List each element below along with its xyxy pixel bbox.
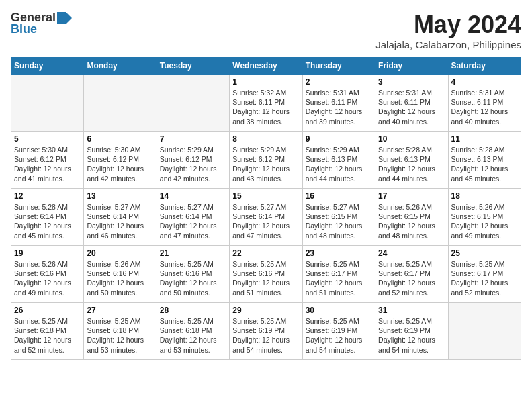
calendar-cell: 7Sunrise: 5:29 AMSunset: 6:12 PMDaylight… [157, 132, 229, 189]
day-number: 16 [306, 191, 372, 201]
day-number: 26 [14, 306, 81, 315]
day-number: 8 [232, 134, 299, 144]
day-number: 15 [232, 191, 299, 201]
day-number: 29 [232, 306, 299, 315]
calendar-cell: 26Sunrise: 5:25 AMSunset: 6:18 PMDayligh… [11, 303, 84, 360]
day-info: Sunrise: 5:26 AMSunset: 6:16 PMDaylight:… [87, 259, 153, 298]
day-number: 20 [87, 248, 153, 258]
calendar-cell [84, 75, 157, 132]
day-number: 4 [451, 77, 518, 87]
calendar-cell: 24Sunrise: 5:25 AMSunset: 6:17 PMDayligh… [375, 246, 448, 303]
calendar-cell: 19Sunrise: 5:26 AMSunset: 6:16 PMDayligh… [11, 246, 84, 303]
day-number: 7 [160, 134, 226, 144]
calendar-cell: 13Sunrise: 5:27 AMSunset: 6:14 PMDayligh… [84, 189, 157, 246]
day-number: 18 [451, 191, 518, 201]
logo-icon [57, 12, 72, 24]
day-number: 25 [451, 248, 518, 258]
calendar-cell: 11Sunrise: 5:28 AMSunset: 6:13 PMDayligh… [448, 132, 521, 189]
day-number: 10 [378, 134, 445, 144]
calendar-cell: 29Sunrise: 5:25 AMSunset: 6:19 PMDayligh… [230, 303, 302, 360]
calendar-cell: 15Sunrise: 5:27 AMSunset: 6:14 PMDayligh… [230, 189, 302, 246]
day-info: Sunrise: 5:26 AMSunset: 6:15 PMDaylight:… [451, 202, 518, 240]
day-number: 19 [14, 248, 81, 258]
day-info: Sunrise: 5:25 AMSunset: 6:18 PMDaylight:… [160, 316, 226, 355]
day-info: Sunrise: 5:25 AMSunset: 6:18 PMDaylight:… [87, 316, 153, 355]
calendar-cell: 2Sunrise: 5:31 AMSunset: 6:11 PMDaylight… [302, 75, 375, 132]
day-info: Sunrise: 5:31 AMSunset: 6:11 PMDaylight:… [306, 88, 372, 126]
day-info: Sunrise: 5:25 AMSunset: 6:19 PMDaylight:… [378, 316, 445, 355]
day-info: Sunrise: 5:25 AMSunset: 6:17 PMDaylight:… [378, 259, 445, 298]
day-info: Sunrise: 5:25 AMSunset: 6:19 PMDaylight:… [306, 316, 372, 355]
day-number: 31 [378, 306, 445, 315]
calendar-cell [448, 303, 521, 360]
header: General Blue May 2024 Jalajala, Calabarz… [11, 11, 521, 50]
calendar-cell: 20Sunrise: 5:26 AMSunset: 6:16 PMDayligh… [84, 246, 157, 303]
calendar-cell: 10Sunrise: 5:28 AMSunset: 6:13 PMDayligh… [375, 132, 448, 189]
calendar-cell [11, 75, 84, 132]
calendar-cell: 9Sunrise: 5:29 AMSunset: 6:13 PMDaylight… [302, 132, 375, 189]
calendar-cell [157, 75, 229, 132]
day-number: 22 [232, 248, 299, 258]
day-number: 17 [378, 191, 445, 201]
day-number: 23 [306, 248, 372, 258]
svg-marker-0 [57, 12, 72, 24]
day-info: Sunrise: 5:25 AMSunset: 6:19 PMDaylight:… [232, 316, 299, 355]
day-number: 9 [306, 134, 372, 144]
header-row: SundayMondayTuesdayWednesdayThursdayFrid… [11, 58, 521, 75]
day-number: 24 [378, 248, 445, 258]
day-number: 21 [160, 248, 226, 258]
day-info: Sunrise: 5:32 AMSunset: 6:11 PMDaylight:… [232, 88, 299, 126]
col-header-sunday: Sunday [11, 58, 84, 75]
day-info: Sunrise: 5:26 AMSunset: 6:16 PMDaylight:… [14, 259, 81, 298]
calendar-cell: 8Sunrise: 5:29 AMSunset: 6:12 PMDaylight… [230, 132, 302, 189]
week-row-5: 26Sunrise: 5:25 AMSunset: 6:18 PMDayligh… [11, 303, 521, 360]
day-info: Sunrise: 5:30 AMSunset: 6:12 PMDaylight:… [87, 145, 153, 183]
calendar-cell: 3Sunrise: 5:31 AMSunset: 6:11 PMDaylight… [375, 75, 448, 132]
day-info: Sunrise: 5:27 AMSunset: 6:14 PMDaylight:… [232, 202, 299, 240]
day-info: Sunrise: 5:25 AMSunset: 6:18 PMDaylight:… [14, 316, 81, 355]
day-info: Sunrise: 5:27 AMSunset: 6:15 PMDaylight:… [306, 202, 372, 240]
day-info: Sunrise: 5:28 AMSunset: 6:13 PMDaylight:… [378, 145, 445, 183]
day-info: Sunrise: 5:25 AMSunset: 6:16 PMDaylight:… [232, 259, 299, 298]
day-info: Sunrise: 5:31 AMSunset: 6:11 PMDaylight:… [451, 88, 518, 126]
logo-blue: Blue [11, 22, 37, 36]
calendar-cell: 23Sunrise: 5:25 AMSunset: 6:17 PMDayligh… [302, 246, 375, 303]
day-number: 13 [87, 191, 153, 201]
calendar-cell: 31Sunrise: 5:25 AMSunset: 6:19 PMDayligh… [375, 303, 448, 360]
calendar-cell: 21Sunrise: 5:25 AMSunset: 6:16 PMDayligh… [157, 246, 229, 303]
calendar-cell: 30Sunrise: 5:25 AMSunset: 6:19 PMDayligh… [302, 303, 375, 360]
calendar-cell: 12Sunrise: 5:28 AMSunset: 6:14 PMDayligh… [11, 189, 84, 246]
day-number: 30 [306, 306, 372, 315]
day-info: Sunrise: 5:27 AMSunset: 6:14 PMDaylight:… [160, 202, 226, 240]
day-info: Sunrise: 5:29 AMSunset: 6:12 PMDaylight:… [232, 145, 299, 183]
day-number: 1 [232, 77, 299, 87]
day-info: Sunrise: 5:25 AMSunset: 6:16 PMDaylight:… [160, 259, 226, 298]
week-row-4: 19Sunrise: 5:26 AMSunset: 6:16 PMDayligh… [11, 246, 521, 303]
calendar-cell: 5Sunrise: 5:30 AMSunset: 6:12 PMDaylight… [11, 132, 84, 189]
day-info: Sunrise: 5:28 AMSunset: 6:13 PMDaylight:… [451, 145, 518, 183]
col-header-saturday: Saturday [448, 58, 521, 75]
calendar-cell: 27Sunrise: 5:25 AMSunset: 6:18 PMDayligh… [84, 303, 157, 360]
day-number: 5 [14, 134, 81, 144]
calendar-cell: 4Sunrise: 5:31 AMSunset: 6:11 PMDaylight… [448, 75, 521, 132]
calendar-cell: 25Sunrise: 5:25 AMSunset: 6:17 PMDayligh… [448, 246, 521, 303]
subtitle: Jalajala, Calabarzon, Philippines [375, 39, 521, 50]
day-info: Sunrise: 5:26 AMSunset: 6:15 PMDaylight:… [378, 202, 445, 240]
col-header-monday: Monday [84, 58, 157, 75]
calendar-cell: 6Sunrise: 5:30 AMSunset: 6:12 PMDaylight… [84, 132, 157, 189]
col-header-wednesday: Wednesday [230, 58, 302, 75]
calendar: SundayMondayTuesdayWednesdayThursdayFrid… [11, 57, 521, 360]
day-number: 11 [451, 134, 518, 144]
day-number: 3 [378, 77, 445, 87]
day-info: Sunrise: 5:30 AMSunset: 6:12 PMDaylight:… [14, 145, 81, 183]
logo: General Blue [11, 11, 72, 36]
day-info: Sunrise: 5:25 AMSunset: 6:17 PMDaylight:… [451, 259, 518, 298]
calendar-cell: 18Sunrise: 5:26 AMSunset: 6:15 PMDayligh… [448, 189, 521, 246]
week-row-1: 1Sunrise: 5:32 AMSunset: 6:11 PMDaylight… [11, 75, 521, 132]
col-header-thursday: Thursday [302, 58, 375, 75]
day-number: 12 [14, 191, 81, 201]
calendar-cell: 16Sunrise: 5:27 AMSunset: 6:15 PMDayligh… [302, 189, 375, 246]
calendar-cell: 17Sunrise: 5:26 AMSunset: 6:15 PMDayligh… [375, 189, 448, 246]
day-number: 28 [160, 306, 226, 315]
calendar-cell: 1Sunrise: 5:32 AMSunset: 6:11 PMDaylight… [230, 75, 302, 132]
